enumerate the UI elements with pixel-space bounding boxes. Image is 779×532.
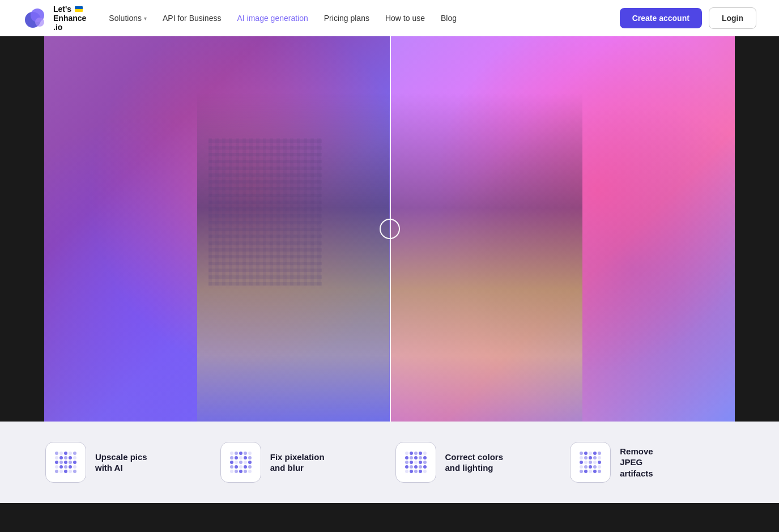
- chevron-down-icon: ▾: [144, 15, 147, 22]
- hero-before-panel: [44, 36, 390, 422]
- nav-blog[interactable]: Blog: [441, 14, 457, 23]
- navbar-left: Let's Enhance .io Solutions ▾ API for Bu…: [23, 5, 457, 32]
- nav-links: Solutions ▾ API for Business AI image ge…: [109, 14, 457, 23]
- hero-section: [0, 36, 779, 422]
- dots-grid-2: [230, 452, 252, 473]
- feature-colors: Correct colors and lighting: [395, 442, 559, 483]
- hero-slider-handle[interactable]: [380, 219, 400, 239]
- hero-image-container: [44, 36, 735, 422]
- feature-fix-icon-box: [220, 442, 261, 483]
- create-account-button[interactable]: Create account: [620, 8, 702, 28]
- feature-upscale: Upscale pics with AI: [45, 442, 209, 483]
- left-sidebar-bg: [0, 36, 44, 422]
- after-person-figure: [390, 93, 582, 422]
- ukraine-flag: [75, 6, 83, 12]
- navbar: Let's Enhance .io Solutions ▾ API for Bu…: [0, 0, 779, 36]
- pixelation-overlay: [208, 138, 322, 286]
- nav-how-to-use[interactable]: How to use: [385, 14, 425, 23]
- logo[interactable]: Let's Enhance .io: [23, 5, 86, 32]
- brand-name-line2: Enhance: [53, 14, 86, 23]
- brand-name-line1: Let's: [53, 5, 71, 14]
- right-sidebar-bg: [735, 36, 779, 422]
- feature-fix-label: Fix pixelation and blur: [270, 452, 325, 474]
- nav-api[interactable]: API for Business: [163, 14, 222, 23]
- nav-pricing[interactable]: Pricing plans: [324, 14, 369, 23]
- svg-point-2: [35, 18, 44, 27]
- feature-jpeg-icon-box: [570, 442, 611, 483]
- logo-text: Let's Enhance .io: [53, 5, 86, 32]
- navbar-right: Create account Login: [620, 7, 756, 29]
- feature-fix-pixel: Fix pixelation and blur: [220, 442, 384, 483]
- feature-upscale-label: Upscale pics with AI: [95, 452, 147, 474]
- nav-solutions[interactable]: Solutions ▾: [109, 14, 147, 23]
- hero-after-panel: [390, 36, 735, 422]
- logo-icon: [23, 5, 49, 31]
- dots-grid-3: [405, 452, 427, 473]
- feature-jpeg: Remove JPEG artifacts: [570, 442, 734, 483]
- login-button[interactable]: Login: [709, 7, 756, 29]
- dots-grid-4: [580, 452, 601, 473]
- nav-ai-image[interactable]: AI image generation: [237, 14, 308, 23]
- feature-colors-label: Correct colors and lighting: [445, 452, 504, 474]
- feature-colors-icon-box: [395, 442, 436, 483]
- feature-jpeg-label: Remove JPEG artifacts: [620, 446, 653, 479]
- dots-grid: [55, 452, 76, 473]
- before-person-figure: [197, 93, 390, 422]
- brand-name-line3: .io: [53, 23, 86, 32]
- features-bar: Upscale pics with AI Fix pixelation and …: [0, 422, 779, 503]
- feature-upscale-icon-box: [45, 442, 86, 483]
